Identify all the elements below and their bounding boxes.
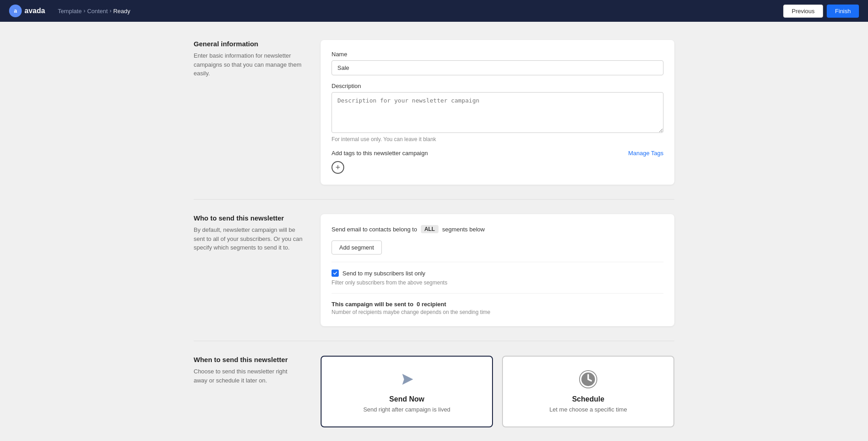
who-section: Who to send this newsletter By default, …: [194, 214, 674, 341]
description-hint: For internal use only. You can leave it …: [332, 136, 663, 142]
logo-text: avada: [24, 7, 45, 15]
manage-tags-link[interactable]: Manage Tags: [628, 150, 663, 157]
add-segment-button[interactable]: Add segment: [332, 240, 382, 255]
description-label: Description: [332, 83, 663, 89]
breadcrumb-sep-1: ›: [83, 8, 85, 14]
general-card: Name Description For internal use only. …: [321, 40, 674, 185]
who-title: Who to send this newsletter: [194, 214, 302, 222]
when-title: When to send this newsletter: [194, 356, 302, 363]
nav-left: a avada Template › Content › Ready: [9, 5, 130, 17]
send-now-title: Send Now: [331, 395, 483, 403]
subscribers-checkbox-label: Send to my subscribers list only: [342, 270, 425, 277]
description-group: Description For internal use only. You c…: [332, 83, 663, 142]
breadcrumb: Template › Content › Ready: [58, 8, 130, 15]
send-cards: Send Now Send right after campaign is li…: [321, 356, 674, 427]
subscribers-checkbox[interactable]: [332, 270, 339, 277]
general-description: Enter basic information for newsletter c…: [194, 51, 302, 78]
send-label: Send email to contacts belong to: [332, 226, 417, 233]
when-content: Send Now Send right after campaign is li…: [321, 356, 674, 427]
svg-marker-0: [402, 374, 413, 385]
recipient-note: Number of recipients maybe change depend…: [332, 309, 663, 315]
who-description: By default, newsletter campaign will be …: [194, 225, 302, 252]
recipient-suffix: recipient: [422, 301, 446, 308]
clock-icon: [579, 370, 597, 388]
who-content: Send email to contacts belong to ALL seg…: [321, 214, 674, 326]
who-label: Who to send this newsletter By default, …: [194, 214, 302, 326]
breadcrumb-ready: Ready: [113, 8, 131, 15]
schedule-title: Schedule: [512, 395, 664, 403]
subscribers-hint: Filter only subscribers from the above s…: [332, 279, 663, 286]
nav-actions: Previous Finish: [783, 5, 859, 18]
when-description: Choose to send this newsletter right awa…: [194, 367, 302, 385]
main-content: General information Enter basic informat…: [185, 22, 683, 441]
finish-button[interactable]: Finish: [827, 5, 859, 18]
general-title: General information: [194, 40, 302, 48]
logo: a avada: [9, 5, 45, 17]
recipient-label: This campaign will be sent to: [332, 301, 414, 308]
general-section: General information Enter basic informat…: [194, 40, 674, 200]
breadcrumb-sep-2: ›: [110, 8, 112, 14]
general-label: General information Enter basic informat…: [194, 40, 302, 185]
name-label: Name: [332, 51, 663, 58]
segment-row: Send email to contacts belong to ALL seg…: [332, 225, 663, 233]
top-navigation: a avada Template › Content › Ready Previ…: [0, 0, 868, 22]
breadcrumb-content: Content: [87, 8, 108, 15]
schedule-card[interactable]: Schedule Let me choose a specific time: [502, 356, 674, 427]
breadcrumb-template: Template: [58, 8, 82, 15]
schedule-icon: [512, 370, 664, 390]
schedule-desc: Let me choose a specific time: [512, 406, 664, 413]
subscribers-checkbox-row: Send to my subscribers list only: [332, 270, 663, 277]
general-content: Name Description For internal use only. …: [321, 40, 674, 185]
send-now-card[interactable]: Send Now Send right after campaign is li…: [321, 356, 493, 427]
add-tag-button[interactable]: +: [332, 161, 344, 174]
description-input[interactable]: [332, 92, 663, 133]
send-now-icon: [331, 370, 483, 390]
logo-icon: a: [9, 5, 22, 17]
recipients-count-text: This campaign will be sent to 0 recipien…: [332, 301, 663, 308]
recipients-info: This campaign will be sent to 0 recipien…: [332, 293, 663, 315]
name-group: Name: [332, 51, 663, 75]
who-card: Send email to contacts belong to ALL seg…: [321, 214, 674, 326]
all-badge: ALL: [421, 225, 439, 233]
send-now-desc: Send right after campaign is lived: [331, 406, 483, 413]
divider-1: [332, 262, 663, 262]
tags-label: Add tags to this newsletter campaign: [332, 150, 428, 157]
tags-row: Add tags to this newsletter campaign Man…: [332, 150, 663, 157]
when-section: When to send this newsletter Choose to s…: [194, 356, 674, 441]
name-input[interactable]: [332, 60, 663, 75]
recipient-count: 0: [417, 301, 420, 308]
segments-suffix: segments below: [442, 226, 485, 233]
when-label: When to send this newsletter Choose to s…: [194, 356, 302, 427]
previous-button[interactable]: Previous: [783, 5, 824, 18]
